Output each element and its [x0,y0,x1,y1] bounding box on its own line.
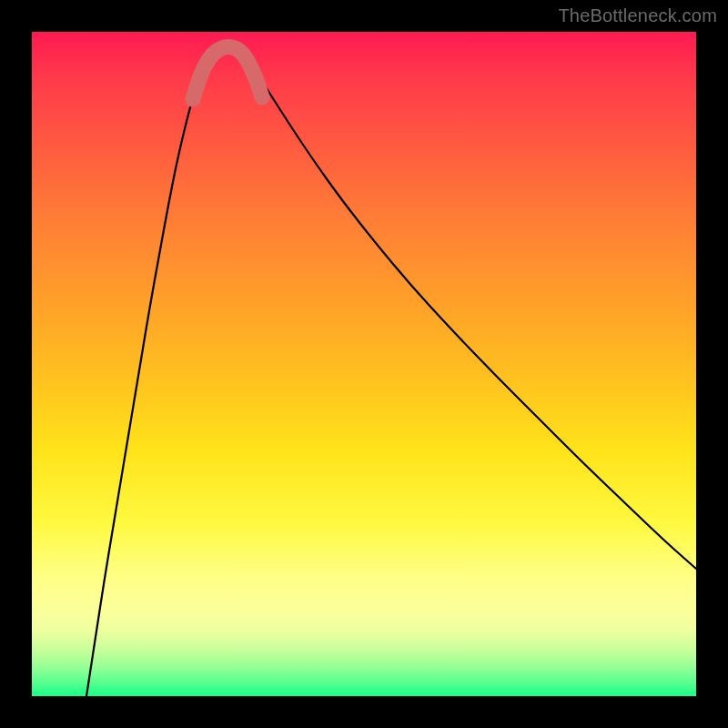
curve-layer [32,32,696,696]
curve-mouth-overlay [193,47,262,100]
outer-frame: TheBottleneck.com [0,0,728,728]
curve-right-branch [241,50,696,569]
curve-left-branch [86,50,216,696]
plot-area [32,32,696,696]
watermark-text: TheBottleneck.com [558,5,717,26]
